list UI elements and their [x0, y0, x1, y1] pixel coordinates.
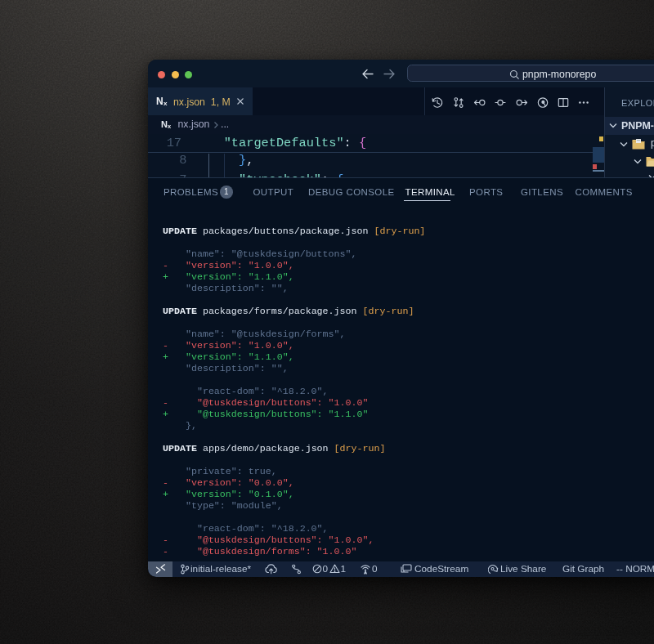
svg-text:x: x — [168, 123, 172, 130]
svg-text:N: N — [161, 119, 168, 129]
svg-text:N: N — [156, 96, 164, 107]
svg-text:x: x — [164, 100, 168, 107]
